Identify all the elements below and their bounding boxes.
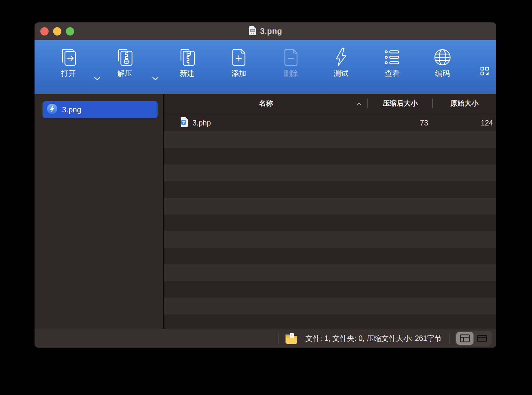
- toolbar-add-button[interactable]: 添加: [215, 47, 263, 77]
- archive-file-list: 名称 压缩后大小 原始大小: [164, 94, 496, 329]
- sidebar: 3.png: [35, 94, 163, 329]
- file-name-label: 3.php: [192, 119, 211, 127]
- new-archive-icon: [177, 47, 197, 67]
- encoding-globe-icon: [433, 47, 452, 67]
- statusbar-summary: 文件: 1, 文件夹: 0, 压缩文件大小: 261字节: [305, 334, 442, 343]
- test-lightning-icon: [331, 47, 351, 67]
- column-header-name-label: 名称: [259, 99, 273, 107]
- toolbar-extract-label: 解压: [117, 70, 132, 77]
- column-header-original-size[interactable]: 原始大小: [433, 99, 496, 108]
- toolbar-test-label: 测试: [334, 70, 348, 77]
- toolbar-new-label: 新建: [180, 70, 194, 77]
- php-file-icon: [180, 117, 188, 129]
- statusbar: 文件: 1, 文件夹: 0, 压缩文件大小: 261字节: [35, 329, 496, 348]
- table-row[interactable]: 3.php 73 124: [164, 115, 496, 131]
- toolbar-encoding-label: 编码: [435, 70, 450, 77]
- add-file-icon: [229, 47, 249, 67]
- traffic-lights: [40, 27, 74, 36]
- toolbar-delete-button[interactable]: 删除: [267, 47, 315, 77]
- sidebar-item-archive[interactable]: 3.png: [43, 101, 158, 118]
- toolbar-view-label: 查看: [385, 70, 400, 77]
- striped-rows-background: 3.php 73 124: [164, 115, 496, 329]
- open-dropdown-chevron-icon[interactable]: [94, 76, 101, 82]
- column-divider[interactable]: [367, 99, 368, 108]
- toolbar-encoding-button[interactable]: 编码: [419, 47, 466, 77]
- toolbar-delete-label: 删除: [284, 70, 298, 77]
- extract-archive-icon: [115, 47, 135, 67]
- extract-dropdown-chevron-icon[interactable]: [152, 76, 159, 82]
- document-proxy-icon[interactable]: [248, 26, 257, 37]
- view-mode-segmented-control: [455, 331, 492, 346]
- list-body: 3.php 73 124: [164, 113, 496, 329]
- titlebar: 3.png: [35, 22, 496, 40]
- zip-folder-icon: [284, 332, 299, 345]
- app-bolt-badge-icon: [47, 103, 58, 116]
- toolbar-new-button[interactable]: 新建: [163, 47, 211, 77]
- toolbar: 打开 解压: [35, 40, 496, 94]
- content-area: 3.png 名称 压缩后大小 原始大小: [35, 94, 496, 329]
- column-header-compressed-size[interactable]: 压缩后大小: [368, 99, 433, 108]
- sort-ascending-chevron-icon: [356, 99, 362, 108]
- close-window-button[interactable]: [40, 27, 49, 36]
- compressed-size-cell: 73: [368, 119, 433, 127]
- original-size-cell: 124: [433, 119, 496, 127]
- column-header-name[interactable]: 名称: [164, 99, 368, 108]
- minimize-window-button[interactable]: [53, 27, 61, 36]
- column-divider[interactable]: [432, 99, 433, 108]
- zoom-window-button[interactable]: [66, 27, 74, 36]
- toolbar-extract-button[interactable]: 解压: [101, 47, 149, 77]
- toolbar-style-icon[interactable]: [480, 67, 489, 77]
- window-title: 3.png: [260, 27, 282, 36]
- list-header-row: 名称 压缩后大小 原始大小: [164, 94, 496, 113]
- statusbar-divider: [278, 333, 278, 344]
- sidebar-item-label: 3.png: [62, 105, 81, 114]
- toolbar-open-button[interactable]: 打开: [44, 47, 92, 77]
- toolbar-open-label: 打开: [61, 70, 76, 77]
- layout-sidebar-table-button[interactable]: [456, 332, 473, 345]
- window-title-area: 3.png: [248, 26, 282, 37]
- delete-file-icon: [281, 47, 301, 67]
- statusbar-divider: [450, 333, 450, 344]
- betterzip-window: 3.png 打开: [35, 22, 496, 348]
- view-list-icon: [382, 47, 402, 67]
- file-name-cell: 3.php: [164, 117, 368, 129]
- layout-table-only-button[interactable]: [473, 332, 491, 345]
- open-document-icon: [59, 47, 78, 67]
- toolbar-test-button[interactable]: 测试: [317, 47, 365, 77]
- toolbar-view-button[interactable]: 查看: [368, 47, 416, 77]
- toolbar-add-label: 添加: [231, 70, 246, 77]
